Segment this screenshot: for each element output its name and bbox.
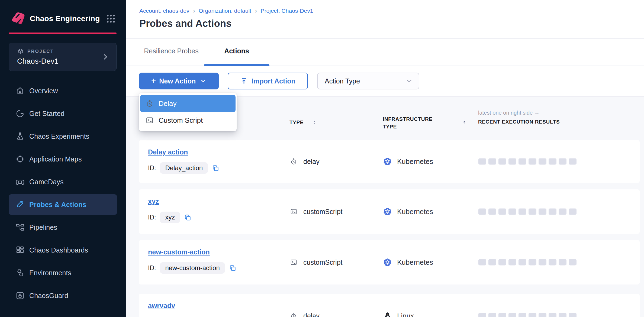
breadcrumb-separator: ›: [193, 7, 195, 15]
action-name-link[interactable]: xyz: [148, 198, 159, 205]
sidebar-nav: Overview Get Started Chaos Experiments A…: [0, 79, 126, 307]
recent-execution-results: [478, 313, 577, 317]
brand-divider: [9, 33, 117, 34]
execution-result-placeholder: [559, 313, 566, 317]
type-cell: delay: [290, 158, 320, 166]
id-label: ID:: [148, 164, 156, 172]
copy-icon[interactable]: [212, 164, 219, 172]
action-id-pill: new-custom-action: [160, 262, 225, 274]
type-cell: delay: [290, 312, 320, 317]
project-selector[interactable]: PROJECT Chaos-Dev1: [9, 43, 117, 71]
tab-resilience-probes[interactable]: Resilience Probes: [141, 46, 201, 56]
header-divider: [126, 38, 644, 39]
sidebar-item-label: Get Started: [29, 110, 65, 118]
execution-result-placeholder: [529, 259, 536, 266]
sidebar-item-overview[interactable]: Overview: [0, 79, 126, 102]
infrastructure-cell: Linux: [383, 312, 414, 317]
breadcrumb-organization-link[interactable]: Organization: default: [199, 8, 251, 14]
execution-result-placeholder: [549, 313, 556, 317]
sidebar-item-probes-actions[interactable]: Probes & Actions: [9, 194, 117, 215]
scroll-edge-divider: [643, 39, 643, 317]
execution-result-placeholder: [488, 158, 496, 165]
sidebar-item-gamedays[interactable]: GameDays: [0, 170, 126, 193]
recent-execution-results: [478, 209, 577, 215]
execution-result-placeholder: [478, 158, 486, 165]
execution-result-placeholder: [498, 158, 506, 165]
sidebar-item-label: GameDays: [29, 178, 64, 186]
progress-circle-icon: [15, 109, 25, 118]
column-header-type[interactable]: TYPE: [289, 119, 317, 126]
menu-item-custom-script[interactable]: Custom Script: [140, 112, 236, 129]
copy-icon[interactable]: [184, 214, 191, 221]
type-cell: customScript: [290, 258, 342, 266]
target-icon: [15, 154, 25, 164]
table-row[interactable]: new-custom-action ID: new-custom-action …: [139, 240, 640, 284]
infrastructure-value: Linux: [397, 312, 414, 317]
execution-result-placeholder: [559, 209, 566, 215]
project-label: PROJECT: [27, 49, 54, 54]
execution-result-placeholder: [549, 209, 556, 215]
sidebar-item-chaosguard[interactable]: ChaosGuard: [0, 284, 126, 307]
column-header-recent-execution-results: RECENT EXECUTION RESULTS: [478, 119, 560, 125]
infrastructure-cell: Kubernetes: [383, 208, 433, 216]
terminal-script-icon: [146, 116, 154, 124]
sidebar-item-environments[interactable]: Environments: [0, 261, 126, 284]
execution-result-placeholder: [478, 259, 486, 266]
action-type-filter[interactable]: Action Type: [317, 73, 419, 89]
execution-result-placeholder: [498, 209, 506, 215]
sidebar-item-get-started[interactable]: Get Started: [0, 102, 126, 125]
type-value: delay: [303, 158, 320, 166]
sidebar-item-label: Chaos Dashboards: [29, 246, 88, 254]
action-name-link[interactable]: new-custom-action: [148, 248, 210, 256]
plus-icon: +: [151, 76, 156, 85]
breadcrumb: Account: chaos-dev › Organization: defau…: [139, 8, 313, 14]
type-value: customScript: [303, 258, 342, 266]
execution-result-placeholder: [539, 158, 546, 165]
tabs-divider: [126, 66, 644, 66]
new-action-label: New Action: [159, 77, 196, 85]
execution-result-placeholder: [508, 209, 516, 215]
action-type-label: Action Type: [325, 77, 406, 85]
import-action-button[interactable]: Import Action: [228, 73, 308, 89]
execution-result-placeholder: [488, 259, 496, 266]
sidebar-item-chaos-experiments[interactable]: Chaos Experiments: [0, 125, 126, 148]
table-row[interactable]: Delay action ID: Delay_action delay Kube…: [139, 140, 640, 183]
harness-chaos-logo-icon: [10, 11, 25, 26]
new-action-button[interactable]: + New Action: [139, 73, 219, 89]
execution-result-placeholder: [539, 209, 546, 215]
action-name-link[interactable]: Delay action: [148, 148, 188, 156]
chaos-engineering-app: Chaos Engineering PROJECT Chaos-Dev1 Ove…: [0, 0, 644, 317]
chevron-right-icon: [101, 53, 109, 61]
breadcrumb-account-link[interactable]: Account: chaos-dev: [139, 8, 189, 14]
table-row[interactable]: awrvadv delay Linux: [139, 294, 640, 317]
module-switcher-grid-icon[interactable]: [105, 13, 117, 24]
results-hint: latest one on right side →: [478, 110, 540, 116]
execution-result-placeholder: [569, 209, 577, 215]
breadcrumb-project-link[interactable]: Project: Chaos-Dev1: [261, 8, 313, 14]
sort-icon[interactable]: [313, 119, 317, 126]
dashboard-grid-icon: [15, 245, 25, 255]
import-action-label: Import Action: [252, 77, 295, 85]
menu-item-delay[interactable]: Delay: [140, 95, 236, 112]
sort-icon[interactable]: [462, 119, 466, 126]
execution-result-placeholder: [508, 259, 516, 266]
kubernetes-icon: [383, 157, 392, 166]
column-header-infrastructure-type[interactable]: INFRASTRUCTURE TYPE: [383, 115, 433, 131]
stopwatch-icon: [290, 312, 297, 317]
action-name-link[interactable]: awrvadv: [148, 302, 175, 310]
tab-actions[interactable]: Actions: [204, 46, 269, 56]
table-row[interactable]: xyz ID: xyz customScript Kubernetes: [139, 189, 640, 234]
execution-result-placeholder: [529, 209, 536, 215]
sidebar: Chaos Engineering PROJECT Chaos-Dev1 Ove…: [0, 0, 126, 317]
copy-icon[interactable]: [229, 264, 236, 272]
sidebar-item-application-maps[interactable]: Application Maps: [0, 148, 126, 170]
sidebar-item-pipelines[interactable]: Pipelines: [0, 216, 126, 239]
terminal-script-icon: [290, 259, 297, 266]
execution-result-placeholder: [508, 313, 516, 317]
execution-result-placeholder: [488, 313, 496, 317]
chevron-down-icon: [406, 77, 413, 85]
flask-icon: [15, 131, 25, 141]
sidebar-item-label: ChaosGuard: [29, 292, 68, 300]
sidebar-item-chaos-dashboards[interactable]: Chaos Dashboards: [0, 239, 126, 261]
stopwatch-icon: [290, 158, 297, 165]
